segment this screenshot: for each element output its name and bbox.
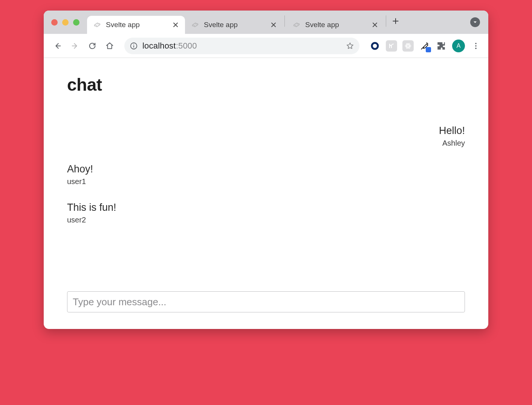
svg-point-3 <box>372 43 378 49</box>
tab-strip: Svelte app Svelte app <box>44 11 488 34</box>
window-zoom-button[interactable] <box>73 19 79 26</box>
message-author: Ashley <box>442 139 465 148</box>
svg-point-9 <box>475 45 477 47</box>
tab-close-button[interactable] <box>270 21 277 28</box>
plus-icon <box>392 17 399 25</box>
star-icon <box>346 42 354 50</box>
page-content: chat Hello! Ashley Ahoy! user1 This is f… <box>44 58 488 329</box>
tab-title: Svelte app <box>305 21 367 29</box>
browser-tab[interactable]: Svelte app <box>87 16 185 34</box>
tab-title: Svelte app <box>204 21 266 29</box>
extension-icons: A <box>367 40 482 52</box>
home-icon <box>105 42 114 50</box>
script-h-icon <box>388 42 395 50</box>
browser-window: Svelte app Svelte app <box>44 11 488 329</box>
svg-rect-2 <box>133 44 134 44</box>
message-text: This is fun! <box>67 202 116 213</box>
nav-forward-button[interactable] <box>68 39 82 53</box>
nav-home-button[interactable] <box>102 39 117 53</box>
nav-reload-button[interactable] <box>85 39 99 53</box>
ring-icon <box>370 41 379 50</box>
address-bar-url: localhost:5000 <box>142 41 341 51</box>
browser-tab[interactable]: Svelte app <box>185 16 283 34</box>
extension-icon[interactable] <box>402 40 414 52</box>
avatar-initial: A <box>457 43 461 49</box>
message-list: Hello! Ashley Ahoy! user1 This is fun! u… <box>67 125 465 269</box>
extensions-menu-button[interactable] <box>436 40 447 52</box>
kebab-icon <box>472 42 480 50</box>
svelte-favicon-icon <box>93 21 101 29</box>
nav-back-button[interactable] <box>50 39 65 53</box>
window-close-button[interactable] <box>51 19 58 26</box>
svg-point-7 <box>408 45 409 46</box>
message-text: Hello! <box>439 125 465 137</box>
svg-rect-1 <box>133 45 134 47</box>
chat-message: Ahoy! user1 <box>67 163 93 186</box>
new-tab-button[interactable] <box>390 15 401 27</box>
svg-point-10 <box>475 47 477 49</box>
message-input[interactable] <box>67 291 465 312</box>
svelte-favicon-icon <box>292 21 301 29</box>
close-icon <box>271 22 276 27</box>
chat-message: Hello! Ashley <box>439 125 465 148</box>
extension-icon[interactable] <box>369 40 381 52</box>
window-traffic-lights <box>49 11 87 34</box>
bookmark-button[interactable] <box>346 42 354 50</box>
arrow-left-icon <box>54 42 62 50</box>
close-icon <box>372 22 378 27</box>
extension-icon[interactable] <box>386 40 397 52</box>
profile-avatar[interactable]: A <box>452 40 465 52</box>
badge-icon <box>426 47 431 52</box>
page-title: chat <box>67 75 465 95</box>
extension-icon[interactable] <box>419 40 430 52</box>
tab-separator <box>284 15 285 27</box>
browser-toolbar: localhost:5000 <box>44 34 488 58</box>
chat-message: This is fun! user2 <box>67 202 116 224</box>
atom-icon <box>404 42 412 50</box>
message-author: user1 <box>67 177 93 186</box>
close-icon <box>173 22 178 27</box>
svelte-favicon-icon <box>191 21 199 29</box>
composer <box>67 291 465 312</box>
chevron-down-icon <box>473 20 477 24</box>
browser-tab[interactable]: Svelte app <box>286 16 384 34</box>
tab-separator <box>386 15 386 27</box>
tab-close-button[interactable] <box>371 21 378 28</box>
address-bar[interactable]: localhost:5000 <box>124 38 359 54</box>
tab-close-button[interactable] <box>172 21 179 28</box>
arrow-right-icon <box>71 42 79 50</box>
browser-menu-button[interactable] <box>470 40 482 52</box>
puzzle-icon <box>436 41 446 51</box>
svg-point-8 <box>475 43 477 44</box>
reload-icon <box>88 42 96 50</box>
window-minimize-button[interactable] <box>62 19 69 26</box>
message-text: Ahoy! <box>67 163 93 175</box>
url-port: :5000 <box>176 41 197 50</box>
message-author: user2 <box>67 216 116 224</box>
tab-title: Svelte app <box>106 21 168 29</box>
url-host: localhost <box>142 41 176 50</box>
site-info-icon[interactable] <box>130 42 138 50</box>
tab-overview-button[interactable] <box>470 17 480 27</box>
